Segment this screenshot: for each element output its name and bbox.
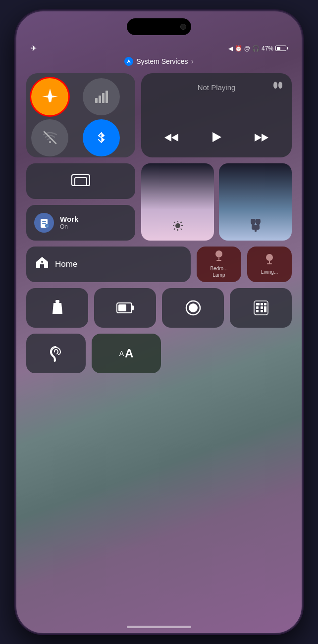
svg-rect-39 xyxy=(269,261,270,263)
svg-point-38 xyxy=(266,254,273,261)
svg-point-31 xyxy=(256,219,261,225)
previous-track-button[interactable] xyxy=(164,133,178,145)
location-icon: ◀ xyxy=(228,45,233,52)
svg-marker-0 xyxy=(127,59,131,63)
svg-text:i: i xyxy=(47,225,47,228)
airplane-mode-status-icon: ✈ xyxy=(30,44,37,53)
focus-text-group: Work On xyxy=(60,215,78,230)
front-camera xyxy=(180,24,186,30)
play-button[interactable] xyxy=(210,130,223,148)
system-services-bar[interactable]: System Services › xyxy=(16,57,302,66)
svg-rect-51 xyxy=(261,303,263,305)
living-lamp-icon xyxy=(264,253,275,267)
control-center: Not Playing xyxy=(26,73,292,613)
brightness-slider[interactable] xyxy=(141,163,214,241)
svg-point-43 xyxy=(55,307,60,312)
svg-rect-53 xyxy=(256,306,259,309)
wifi-button[interactable] xyxy=(31,119,68,156)
airplane-mode-button[interactable] xyxy=(31,78,68,115)
airpods-icon xyxy=(272,80,284,90)
svg-point-8 xyxy=(278,82,282,89)
home-lamps-row: Home Bedro...Lamp xyxy=(26,247,292,282)
svg-marker-11 xyxy=(212,132,221,142)
screen-mirror-button[interactable] xyxy=(26,163,135,199)
svg-rect-40 xyxy=(267,263,272,264)
bluetooth-button[interactable] xyxy=(83,119,120,156)
connectivity-block xyxy=(26,73,135,157)
next-track-button[interactable] xyxy=(255,133,268,145)
focus-mode-icon: i xyxy=(34,213,54,233)
system-services-label: System Services xyxy=(136,57,188,65)
home-label: Home xyxy=(55,259,77,269)
status-right: ◀ ⏰ @ 🎧 47% xyxy=(228,45,288,52)
cellular-button[interactable] xyxy=(83,78,120,115)
svg-rect-1 xyxy=(95,98,98,103)
svg-marker-13 xyxy=(262,134,268,142)
svg-rect-46 xyxy=(118,304,126,311)
svg-rect-15 xyxy=(75,178,87,186)
bedroom-lamp-button[interactable]: Bedro...Lamp xyxy=(197,247,241,282)
bedroom-lamp-icon xyxy=(214,250,224,263)
svg-marker-10 xyxy=(164,134,171,142)
svg-point-59 xyxy=(54,360,56,362)
svg-marker-12 xyxy=(255,134,262,142)
headphones-icon: 🎧 xyxy=(252,45,260,52)
media-controls xyxy=(149,126,284,151)
phone-frame: ✈ ◀ ⏰ @ 🎧 47% System Services › xyxy=(15,10,303,634)
svg-rect-3 xyxy=(102,93,105,103)
volume-slider[interactable] xyxy=(219,163,292,241)
battery-widget-button[interactable] xyxy=(94,288,156,328)
status-bar: ✈ ◀ ⏰ @ 🎧 47% xyxy=(16,41,302,56)
media-player-block: Not Playing xyxy=(141,73,292,157)
focus-sliders-row: i Work On xyxy=(26,163,292,241)
dynamic-island xyxy=(127,18,191,35)
focus-mode-status: On xyxy=(60,223,78,230)
svg-rect-17 xyxy=(42,221,46,222)
svg-rect-18 xyxy=(42,223,46,224)
hearing-button[interactable] xyxy=(26,334,86,373)
media-top: Not Playing xyxy=(149,79,284,92)
location-services-icon xyxy=(124,57,133,66)
battery-percent-label: 47% xyxy=(262,45,273,52)
flashlight-button[interactable] xyxy=(26,288,88,328)
home-button[interactable]: Home xyxy=(26,247,191,282)
svg-rect-36 xyxy=(218,257,219,260)
svg-point-48 xyxy=(189,303,198,312)
home-icon xyxy=(35,255,49,273)
text-size-small-label: A xyxy=(119,349,124,357)
quick-controls-row xyxy=(26,288,292,328)
svg-rect-56 xyxy=(256,310,259,312)
svg-line-29 xyxy=(174,228,175,229)
accessibility-row: A A xyxy=(26,334,292,373)
svg-rect-54 xyxy=(261,306,263,309)
svg-rect-50 xyxy=(256,303,260,305)
alarm-icon: ⏰ xyxy=(235,45,242,52)
living-lamp-label: Living... xyxy=(261,269,278,275)
svg-rect-58 xyxy=(264,306,266,312)
focus-block-column: i Work On xyxy=(26,163,135,241)
svg-rect-2 xyxy=(99,96,101,103)
svg-rect-57 xyxy=(261,310,263,312)
svg-rect-45 xyxy=(132,305,134,310)
living-lamp-button[interactable]: Living... xyxy=(247,247,292,282)
text-size-button[interactable]: A A xyxy=(92,334,161,373)
svg-rect-52 xyxy=(264,303,266,305)
svg-rect-4 xyxy=(106,91,108,103)
focus-mode-button[interactable]: i Work On xyxy=(26,205,135,241)
svg-point-35 xyxy=(215,250,222,257)
screen-record-button[interactable] xyxy=(162,288,224,328)
system-services-chevron: › xyxy=(191,57,193,66)
svg-line-27 xyxy=(180,228,181,229)
svg-point-34 xyxy=(41,261,43,263)
battery-icon xyxy=(275,46,288,51)
svg-point-30 xyxy=(251,219,256,225)
svg-line-28 xyxy=(180,222,181,223)
home-indicator[interactable] xyxy=(127,626,191,628)
calculator-button[interactable] xyxy=(230,288,292,328)
svg-line-26 xyxy=(174,222,175,223)
mail-icon: @ xyxy=(244,45,250,52)
svg-rect-32 xyxy=(252,225,260,230)
status-left: ✈ xyxy=(30,44,37,53)
svg-rect-41 xyxy=(55,300,59,303)
connectivity-media-row: Not Playing xyxy=(26,73,292,157)
